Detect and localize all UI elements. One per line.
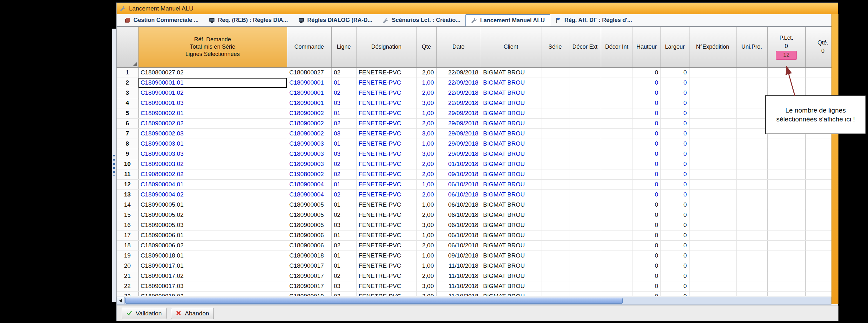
cell-decor_ext[interactable] bbox=[569, 200, 601, 210]
header-serie[interactable]: Série bbox=[541, 27, 569, 67]
abandon-button[interactable]: Abandon bbox=[171, 308, 214, 319]
cell-date[interactable]: 09/10/2018 bbox=[436, 251, 481, 261]
cell-qte[interactable]: 2,00 bbox=[416, 159, 436, 169]
header-ref-demande[interactable]: Réf. Demande Total mis en Série Lignes S… bbox=[138, 27, 287, 67]
cell-client[interactable]: BIGMAT BROU bbox=[481, 108, 541, 118]
cell-decor_int[interactable] bbox=[601, 118, 632, 128]
cell-hauteur[interactable]: 0 bbox=[632, 220, 660, 230]
cell-unipro[interactable] bbox=[736, 149, 767, 159]
cell-client[interactable]: BIGMAT BROU bbox=[481, 271, 541, 281]
validation-button[interactable]: Validation bbox=[122, 308, 166, 319]
cell-client[interactable]: BIGMAT BROU bbox=[481, 169, 541, 179]
cell-ligne[interactable]: 02 bbox=[331, 271, 356, 281]
cell-ref[interactable]: C180900002,03 bbox=[138, 128, 287, 139]
tab-reg-aff-df[interactable]: Règ. Aff. DF : Règles d'... bbox=[550, 14, 637, 26]
cell-expedition[interactable] bbox=[689, 261, 736, 271]
cell-decor_int[interactable] bbox=[601, 271, 632, 281]
cell-ref[interactable]: C180900005,03 bbox=[138, 220, 287, 230]
cell-client[interactable]: BIGMAT BROU bbox=[481, 230, 541, 240]
cell-date[interactable]: 29/09/2018 bbox=[436, 128, 481, 139]
cell-unipro[interactable] bbox=[736, 108, 767, 118]
cell-plct[interactable] bbox=[767, 220, 805, 230]
cell-expedition[interactable] bbox=[689, 108, 736, 118]
cell-hauteur[interactable]: 0 bbox=[632, 108, 660, 118]
cell-designation[interactable]: FENETRE-PVC bbox=[356, 251, 416, 261]
cell-qte2[interactable] bbox=[805, 240, 832, 251]
cell-ref[interactable]: C180900017,02 bbox=[138, 271, 287, 281]
cell-qte2[interactable] bbox=[805, 78, 832, 88]
row-number[interactable]: 20 bbox=[117, 261, 138, 271]
row-number[interactable]: 16 bbox=[117, 220, 138, 230]
row-number[interactable]: 17 bbox=[117, 230, 138, 240]
cell-serie[interactable] bbox=[541, 67, 569, 78]
cell-client[interactable]: BIGMAT BROU bbox=[481, 67, 541, 78]
cell-qte2[interactable] bbox=[805, 67, 832, 78]
cell-commande[interactable]: C180900001 bbox=[287, 78, 331, 88]
cell-qte2[interactable] bbox=[805, 139, 832, 149]
cell-designation[interactable]: FENETRE-PVC bbox=[356, 291, 416, 296]
tab-gestion-commerciale[interactable]: Gestion Commerciale ... bbox=[119, 14, 204, 26]
cell-ligne[interactable]: 01 bbox=[331, 261, 356, 271]
cell-decor_int[interactable] bbox=[601, 67, 632, 78]
cell-decor_ext[interactable] bbox=[569, 118, 601, 128]
cell-date[interactable]: 06/10/2018 bbox=[436, 240, 481, 251]
cell-commande[interactable]: C180800027 bbox=[287, 67, 331, 78]
row-number[interactable]: 6 bbox=[117, 118, 138, 128]
cell-largeur[interactable]: 0 bbox=[660, 67, 689, 78]
cell-qte[interactable]: 2,00 bbox=[416, 67, 436, 78]
cell-date[interactable]: 29/09/2018 bbox=[436, 118, 481, 128]
cell-decor_ext[interactable] bbox=[569, 169, 601, 179]
cell-unipro[interactable] bbox=[736, 139, 767, 149]
cell-qte[interactable]: 2,00 bbox=[416, 189, 436, 200]
cell-qte2[interactable] bbox=[805, 230, 832, 240]
cell-designation[interactable]: FENETRE-PVC bbox=[356, 281, 416, 291]
cell-ref[interactable]: C190800002,02 bbox=[138, 169, 287, 179]
cell-expedition[interactable] bbox=[689, 291, 736, 296]
cell-ligne[interactable]: 02 bbox=[331, 159, 356, 169]
row-number[interactable]: 8 bbox=[117, 139, 138, 149]
header-client[interactable]: Client bbox=[481, 27, 541, 67]
cell-hauteur[interactable]: 0 bbox=[632, 149, 660, 159]
cell-qte2[interactable] bbox=[805, 261, 832, 271]
cell-serie[interactable] bbox=[541, 189, 569, 200]
cell-qte2[interactable] bbox=[805, 169, 832, 179]
cell-decor_ext[interactable] bbox=[569, 98, 601, 108]
cell-client[interactable]: BIGMAT BROU bbox=[481, 281, 541, 291]
cell-qte[interactable]: 1,00 bbox=[416, 139, 436, 149]
cell-ref[interactable]: C180900002,02 bbox=[138, 118, 287, 128]
cell-unipro[interactable] bbox=[736, 128, 767, 139]
cell-decor_ext[interactable] bbox=[569, 128, 601, 139]
cell-ref[interactable]: C180900001,03 bbox=[138, 98, 287, 108]
cell-ligne[interactable]: 01 bbox=[331, 139, 356, 149]
cell-decor_ext[interactable] bbox=[569, 251, 601, 261]
cell-date[interactable]: 06/10/2018 bbox=[436, 200, 481, 210]
cell-largeur[interactable]: 0 bbox=[660, 179, 689, 189]
cell-largeur[interactable]: 0 bbox=[660, 210, 689, 220]
row-number[interactable]: 10 bbox=[117, 159, 138, 169]
cell-ref[interactable]: C180900018,01 bbox=[138, 251, 287, 261]
cell-largeur[interactable]: 0 bbox=[660, 118, 689, 128]
row-number[interactable]: 3 bbox=[117, 88, 138, 98]
cell-qte[interactable]: 1,00 bbox=[416, 200, 436, 210]
cell-ligne[interactable]: 03 bbox=[331, 128, 356, 139]
header-ligne[interactable]: Ligne bbox=[331, 27, 356, 67]
cell-client[interactable]: BIGMAT BROU bbox=[481, 210, 541, 220]
cell-client[interactable]: BIGMAT BROU bbox=[481, 291, 541, 296]
cell-hauteur[interactable]: 0 bbox=[632, 169, 660, 179]
cell-client[interactable]: BIGMAT BROU bbox=[481, 118, 541, 128]
cell-commande[interactable]: C180900003 bbox=[287, 139, 331, 149]
cell-plct[interactable] bbox=[767, 169, 805, 179]
row-number[interactable]: 18 bbox=[117, 240, 138, 251]
cell-unipro[interactable] bbox=[736, 179, 767, 189]
cell-designation[interactable]: FENETRE-PVC bbox=[356, 128, 416, 139]
cell-designation[interactable]: FENETRE-PVC bbox=[356, 159, 416, 169]
cell-ref[interactable]: C180900006,01 bbox=[138, 230, 287, 240]
cell-designation[interactable]: FENETRE-PVC bbox=[356, 108, 416, 118]
cell-expedition[interactable] bbox=[689, 128, 736, 139]
cell-unipro[interactable] bbox=[736, 240, 767, 251]
cell-date[interactable]: 01/10/2018 bbox=[436, 159, 481, 169]
row-number[interactable]: 22 bbox=[117, 281, 138, 291]
cell-expedition[interactable] bbox=[689, 118, 736, 128]
cell-hauteur[interactable]: 0 bbox=[632, 128, 660, 139]
cell-decor_int[interactable] bbox=[601, 159, 632, 169]
